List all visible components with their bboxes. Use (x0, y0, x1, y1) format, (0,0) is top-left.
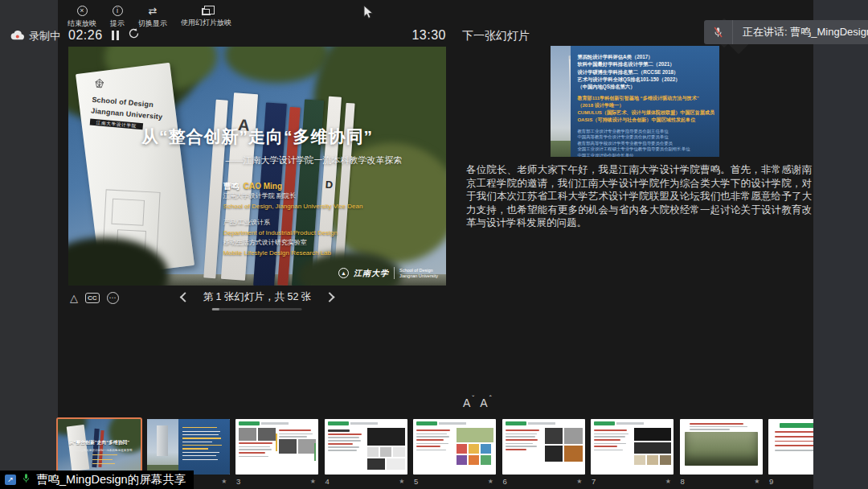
right-sidebar (813, 0, 868, 489)
university-logos: ▲ 江南大学 School of DesignJiangnan Universi… (338, 267, 438, 279)
active-speaker-label: 正在讲话: 曹鸣_MingDesign; (733, 25, 868, 39)
star-icon[interactable]: ★ (754, 478, 760, 485)
next-slide-header: 下一张幻灯片 (462, 29, 530, 43)
filmstrip-slot-3: 3★ (234, 419, 320, 486)
school-logo-icon (92, 78, 105, 91)
info-icon: i (113, 6, 123, 16)
filmstrip-slot-4: 4★ (323, 419, 409, 486)
muted-mic-icon (704, 20, 733, 44)
font-increase-button[interactable]: A (480, 397, 487, 409)
achievements-panel: 第四轮设计学科评估A类（2017） 软科中国最好学科排名设计学第二（2021） … (571, 46, 719, 157)
captions-button[interactable]: CC (85, 293, 100, 303)
slide-thumbnail-4[interactable] (325, 419, 407, 475)
slide-thumbnail-2[interactable] (147, 419, 230, 475)
next-slide-preview: 第四轮设计学科评估A类（2017） 软科中国最好学科排名设计学第二（2021） … (551, 46, 719, 157)
active-speaker-banner: 正在讲话: 曹鸣_MingDesign; (704, 20, 868, 44)
slide-progress-bar[interactable] (212, 308, 302, 310)
slide-counter: 第 1 张幻灯片，共 52 张 (203, 290, 312, 304)
slide-thumbnail-6[interactable] (502, 419, 585, 475)
star-icon[interactable]: ★ (488, 478, 493, 485)
slide-thumbnail-3[interactable] (235, 419, 318, 475)
filmstrip-slot-5: 5★ (411, 419, 497, 486)
left-sidebar (0, 0, 58, 489)
slide-thumbnail-8[interactable] (680, 419, 763, 475)
swap-arrows-icon: ⇄ (149, 6, 158, 16)
pause-timer-button[interactable] (112, 31, 119, 40)
filmstrip-slot-6: 6★ (501, 419, 587, 486)
mouse-cursor (363, 5, 374, 23)
star-icon[interactable]: ★ (221, 478, 227, 485)
timer-row: 02:26 13:30 (68, 26, 446, 44)
slide-thumbnail-5[interactable] (413, 419, 496, 475)
current-slide[interactable]: School of Design Jiangnan University 江南大… (68, 47, 446, 286)
current-time: 13:30 (411, 28, 446, 43)
slide-thumbnail-1[interactable]: 从“整合创新”走向“多维协同” ——江南大学设计学院一流本科教学改革探索 (58, 419, 141, 475)
slide-controls: △ CC ⋯ 第 1 张幻灯片，共 52 张 (68, 290, 446, 312)
star-icon[interactable]: ★ (399, 478, 404, 485)
font-decrease-button[interactable]: A (463, 397, 470, 409)
next-slide-button[interactable] (325, 292, 335, 302)
recording-label: 录制中 (29, 29, 60, 43)
screen-share-banner: ↗ 曹鸣_MingDesign的屏幕共享 (0, 471, 194, 489)
slides-stack-icon (202, 8, 211, 15)
university-seal-icon: ▲ (338, 268, 349, 278)
speaker-notes: 各位院长、老师大家下午好，我是江南大学设计学院曹鸣。首先，非常感谢南京工程学院的… (466, 163, 812, 230)
filmstrip-slot-7: 7★ (589, 419, 675, 486)
restart-timer-button[interactable] (128, 27, 140, 43)
more-options-button[interactable]: ⋯ (107, 292, 119, 304)
close-circle-icon: × (77, 6, 88, 16)
presenter-info: 曹鸣CAO Ming 江南大学设计学院 副院长 School of Design… (223, 182, 363, 259)
previous-slide-button[interactable] (180, 292, 190, 302)
screen-share-icon: ↗ (5, 475, 16, 485)
elapsed-timer: 02:26 (68, 28, 103, 43)
filmstrip-slot-8: 8★ (678, 419, 764, 486)
star-icon[interactable]: ★ (310, 478, 316, 485)
recording-status: 录制中 (10, 29, 60, 43)
cloud-record-icon (10, 31, 24, 43)
mic-active-icon (21, 472, 31, 487)
slide-subtitle: ——江南大学设计学院一流本科教学改革探索 (189, 154, 438, 166)
star-icon[interactable]: ★ (576, 478, 582, 485)
screen-share-label: 曹鸣_MingDesign的屏幕共享 (36, 472, 186, 487)
pen-tool-icon[interactable]: △ (70, 293, 78, 303)
notes-font-controls: A A (463, 397, 488, 409)
building-photo (551, 46, 571, 157)
slide-title: 从“整合创新”走向“多维协同” (68, 125, 446, 148)
star-icon[interactable]: ★ (665, 478, 671, 485)
slide-thumbnail-7[interactable] (591, 419, 674, 475)
